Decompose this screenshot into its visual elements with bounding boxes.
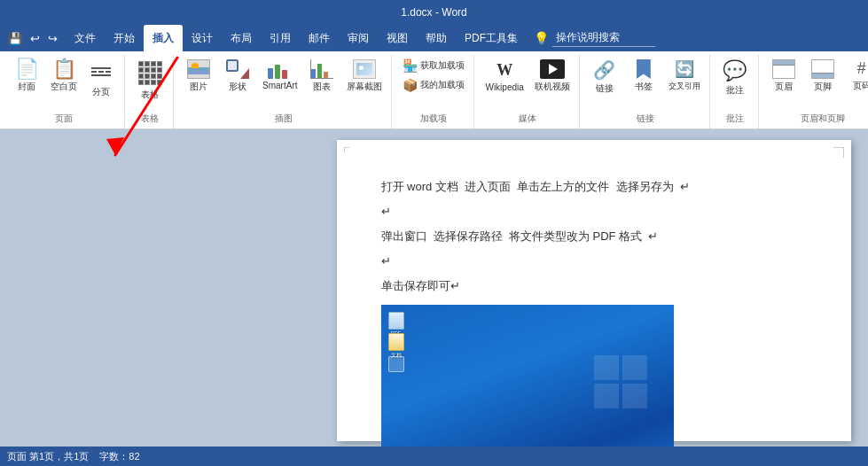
tab-start[interactable]: 开始 <box>105 25 144 51</box>
btn-cross-ref[interactable]: 🔄 交叉引用 <box>665 57 704 95</box>
page-info: 页面 第1页，共1页 <box>7 450 89 463</box>
doc-page: 打开 word 文档 进入页面 单击左上方的文件 选择另存为 ↵ ↵ 弹出窗口 … <box>337 140 851 441</box>
ribbon: 📄 封面 📋 空白页 分页 页面 <box>0 51 868 129</box>
btn-bookmark[interactable]: 书签 <box>626 57 661 96</box>
doc-text: 打开 word 文档 进入页面 单击左上方的文件 选择另存为 ↵ ↵ 弹出窗口 … <box>381 175 807 298</box>
tab-design[interactable]: 设计 <box>183 25 222 51</box>
btn-page-break[interactable]: 分页 <box>83 57 119 101</box>
btn-smartart[interactable]: SmartArt <box>259 57 301 93</box>
btn-comment[interactable]: 💬 批注 <box>717 57 753 99</box>
btn-chart[interactable]: 图表 <box>304 57 340 96</box>
qa-undo[interactable]: ↩ <box>27 30 43 47</box>
qa-save[interactable]: 💾 <box>5 30 25 47</box>
btn-cover[interactable]: 📄 封面 <box>9 57 44 96</box>
btn-header[interactable]: 页眉 <box>766 57 802 96</box>
tab-pdf[interactable]: PDF工具集 <box>456 25 527 51</box>
tab-layout[interactable]: 布局 <box>222 25 261 51</box>
ribbon-group-table: 表格 表格 <box>127 55 174 128</box>
ribbon-group-media: W Wikipedia 联机视频 媒体 <box>476 55 579 128</box>
btn-screenshot[interactable]: 屏幕截图 <box>343 57 386 96</box>
doc-area: 打开 word 文档 进入页面 单击左上方的文件 选择另存为 ↵ ↵ 弹出窗口 … <box>319 129 868 447</box>
doc-para-4: ↵ <box>381 250 807 273</box>
main-area: 打开 word 文档 进入页面 单击左上方的文件 选择另存为 ↵ ↵ 弹出窗口 … <box>0 129 868 447</box>
doc-para-2: ↵ <box>381 200 807 223</box>
ribbon-group-links: 🔗 链接 书签 🔄 交叉引用 链接 <box>582 55 710 128</box>
btn-online-video[interactable]: 联机视频 <box>531 57 574 96</box>
tab-review[interactable]: 审阅 <box>339 25 378 51</box>
status-bar: 页面 第1页，共1页 字数：82 <box>0 447 868 466</box>
tab-mail[interactable]: 邮件 <box>300 25 339 51</box>
tab-ref[interactable]: 引用 <box>261 25 300 51</box>
btn-footer[interactable]: 页脚 <box>805 57 841 96</box>
tab-file[interactable]: 文件 <box>66 25 105 51</box>
btn-blank-page[interactable]: 📋 空白页 <box>46 57 82 96</box>
doc-para-1: 打开 word 文档 进入页面 单击左上方的文件 选择另存为 ↵ <box>381 175 807 198</box>
doc-para-5: 单击保存即可↵ <box>381 275 807 298</box>
ribbon-group-illustration: 图片 形状 SmartArt <box>176 55 392 128</box>
sidebar-panel <box>0 129 319 447</box>
btn-my-addins[interactable]: 📦 我的加载项 <box>399 76 468 94</box>
btn-wikipedia[interactable]: W Wikipedia <box>481 57 527 95</box>
ribbon-group-pages: 📄 封面 📋 空白页 分页 页面 <box>4 55 125 128</box>
word-count: 字数：82 <box>99 450 139 463</box>
doc-image: PDF 文档 <box>381 305 674 447</box>
ribbon-group-comment: 💬 批注 批注 <box>712 55 759 128</box>
btn-link[interactable]: 🔗 链接 <box>587 57 622 97</box>
search-box-placeholder[interactable]: 操作说明搜索 <box>552 29 655 47</box>
tab-insert[interactable]: 插入 <box>144 25 183 51</box>
qa-redo[interactable]: ↪ <box>45 30 60 47</box>
title-text: 1.docx - Word <box>401 6 466 19</box>
page-corner-tr <box>833 147 844 158</box>
doc-para-3: 弹出窗口 选择保存路径 将文件类型改为 PDF 格式 ↵ <box>381 225 807 248</box>
btn-shapes[interactable]: 形状 <box>220 57 255 96</box>
btn-image[interactable]: 图片 <box>181 57 216 96</box>
ribbon-group-header-footer: 页眉 页脚 # 页码 页眉和页脚 <box>761 55 868 128</box>
btn-get-addins[interactable]: 🏪 获取加载项 <box>399 57 468 74</box>
btn-page-number[interactable]: # 页码 <box>844 57 868 95</box>
tab-view[interactable]: 视图 <box>378 25 417 51</box>
page-corner-tl <box>344 147 349 152</box>
tab-help[interactable]: 帮助 <box>417 25 456 51</box>
btn-table[interactable]: 表格 <box>132 57 168 104</box>
ribbon-group-addins: 🏪 获取加载项 📦 我的加载项 加载项 <box>394 55 474 128</box>
title-bar: 1.docx - Word <box>0 0 868 25</box>
